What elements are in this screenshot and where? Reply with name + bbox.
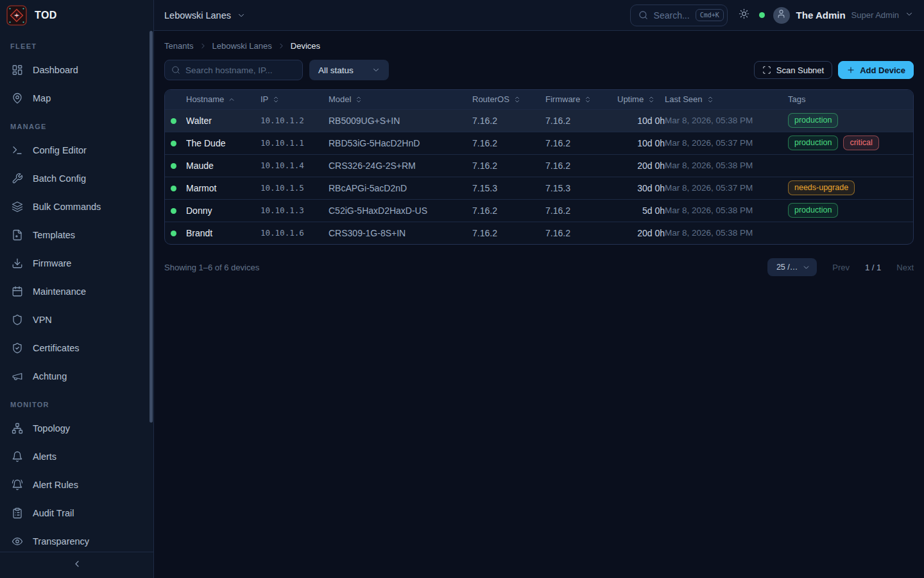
user-icon [776, 9, 786, 21]
sun-icon [739, 8, 749, 22]
tag-badge: production [788, 113, 838, 128]
tags-cell-td [788, 222, 913, 244]
avatar[interactable] [773, 7, 790, 24]
sidebar-item-label: Batch Config [33, 173, 86, 184]
model-cell: C52iG-5HaxD2HaxD-US [329, 199, 472, 222]
sort-icon [647, 96, 655, 103]
sidebar-item-label: Audit Trail [33, 508, 74, 518]
user-name: The Admin [796, 10, 846, 21]
uptime-cell: 5d 0h [617, 199, 665, 222]
sidebar-item-dashboard[interactable]: Dashboard [0, 56, 153, 84]
tag-badge: critical [843, 136, 878, 150]
device-search-field[interactable] [164, 60, 303, 80]
column-header-routeros[interactable]: RouterOS [472, 90, 545, 109]
breadcrumb-tenants[interactable]: Tenants [164, 41, 194, 51]
file-icon [12, 229, 23, 241]
sidebar-item-firmware[interactable]: Firmware [0, 249, 153, 277]
sidebar-item-certificates[interactable]: Certificates [0, 334, 153, 362]
model-cell: RB5009UG+S+IN [329, 109, 472, 132]
column-header-uptime[interactable]: Uptime [617, 90, 665, 109]
nav-section-label: MONITOR [0, 390, 153, 414]
scan-subnet-button[interactable]: Scan Subnet [754, 61, 832, 79]
search-shortcut-badge: Cmd+K [696, 9, 724, 21]
column-header-last-seen[interactable]: Last Seen [665, 90, 788, 109]
device-row[interactable]: Donny10.10.1.3C52iG-5HaxD2HaxD-US7.16.27… [165, 199, 913, 222]
status-cell [165, 154, 186, 177]
page-indicator: 1 / 1 [865, 263, 881, 272]
hostname-cell: Walter [186, 109, 261, 132]
column-header-model[interactable]: Model [329, 90, 472, 109]
column-label: Hostname [186, 94, 224, 104]
network-icon [12, 423, 23, 434]
routeros-cell: 7.16.2 [472, 199, 545, 222]
sidebar-item-map[interactable]: Map [0, 84, 153, 112]
app-title: TOD [35, 10, 57, 21]
sidebar-item-label: Firmware [33, 258, 71, 268]
status-dot [171, 186, 176, 191]
sidebar-item-templates[interactable]: Templates [0, 221, 153, 249]
dashboard-icon [12, 64, 23, 76]
last-seen-cell: Mar 8, 2026, 05:38 PM [665, 199, 788, 222]
app-root: TOD FLEETDashboardMapMANAGEConfig Editor… [0, 0, 924, 578]
sidebar-item-label: Transparency [33, 536, 89, 547]
sidebar-collapse-button[interactable] [0, 552, 153, 578]
sidebar-item-topology[interactable]: Topology [0, 414, 153, 442]
ip-cell: 10.10.1.5 [261, 177, 329, 199]
sidebar-item-achtung[interactable]: Achtung [0, 362, 153, 390]
chevron-down-icon [802, 263, 810, 272]
sidebar-item-config-editor[interactable]: Config Editor [0, 136, 153, 164]
device-search-input[interactable] [185, 66, 296, 75]
layers-icon [12, 201, 23, 213]
sidebar-scrollbar[interactable] [150, 31, 153, 423]
firmware-cell: 7.16.2 [545, 222, 617, 244]
sidebar-item-alerts[interactable]: Alerts [0, 442, 153, 471]
column-header-ip[interactable]: IP [261, 90, 329, 109]
tenant-selector[interactable]: Lebowski Lanes [164, 10, 246, 21]
theme-toggle-button[interactable] [739, 8, 749, 22]
column-header-firmware[interactable]: Firmware [545, 90, 617, 109]
device-row[interactable]: Brandt10.10.1.6CRS309-1G-8S+IN7.16.27.16… [165, 222, 913, 244]
column-label: Tags [788, 94, 805, 104]
device-row[interactable]: Maude10.10.1.4CRS326-24G-2S+RM7.16.27.16… [165, 154, 913, 177]
table-header-row: HostnameIPModelRouterOSFirmwareUptimeLas… [165, 90, 913, 109]
app-logo[interactable]: TOD [0, 0, 153, 31]
column-label: Firmware [545, 94, 580, 104]
routeros-cell: 7.15.3 [472, 177, 545, 199]
next-page-button[interactable]: Next [896, 263, 914, 272]
routeros-cell: 7.16.2 [472, 154, 545, 177]
sort-icon [584, 96, 592, 103]
shield-check-icon [12, 342, 23, 354]
column-header-hostname[interactable]: Hostname [186, 90, 261, 109]
firmware-cell: 7.16.2 [545, 132, 617, 154]
sidebar-item-alert-rules[interactable]: Alert Rules [0, 471, 153, 499]
device-row[interactable]: Walter10.10.1.2RB5009UG+S+IN7.16.27.16.2… [165, 109, 913, 132]
sidebar-item-label: Alert Rules [33, 480, 78, 490]
sidebar-item-audit-trail[interactable]: Audit Trail [0, 499, 153, 527]
tags-cell-td [788, 154, 913, 177]
chevron-down-icon [905, 10, 914, 21]
status-cell [165, 109, 186, 132]
page-size-select[interactable]: 25 /… [767, 258, 817, 276]
global-search-button[interactable]: Search... Cmd+K [630, 4, 728, 26]
user-menu-button[interactable] [905, 10, 914, 21]
hostname-cell: Marmot [186, 177, 261, 199]
terminal-icon [12, 144, 23, 156]
global-search-label: Search... [654, 10, 690, 21]
devices-toolbar: All status Scan Subnet Add Device [164, 60, 914, 80]
sidebar-item-vpn[interactable]: VPN [0, 306, 153, 334]
content: Tenants Lebowski Lanes Devices All statu… [154, 31, 924, 578]
prev-page-button[interactable]: Prev [832, 263, 850, 272]
wrench-icon [12, 173, 23, 184]
model-cell: CRS309-1G-8S+IN [329, 222, 472, 244]
device-row[interactable]: The Dude10.10.1.1RBD53iG-5HacD2HnD7.16.2… [165, 132, 913, 154]
device-row[interactable]: Marmot10.10.1.5RBcAPGi-5acD2nD7.15.37.15… [165, 177, 913, 199]
sidebar-item-batch-config[interactable]: Batch Config [0, 164, 153, 193]
sidebar-item-bulk-commands[interactable]: Bulk Commands [0, 193, 153, 221]
search-icon [171, 66, 180, 74]
sidebar-item-maintenance[interactable]: Maintenance [0, 277, 153, 306]
sidebar-item-transparency[interactable]: Transparency [0, 527, 153, 552]
add-device-button[interactable]: Add Device [838, 61, 914, 79]
status-filter-select[interactable]: All status [309, 60, 389, 80]
status-cell [165, 177, 186, 199]
breadcrumb-tenant[interactable]: Lebowski Lanes [212, 41, 272, 51]
